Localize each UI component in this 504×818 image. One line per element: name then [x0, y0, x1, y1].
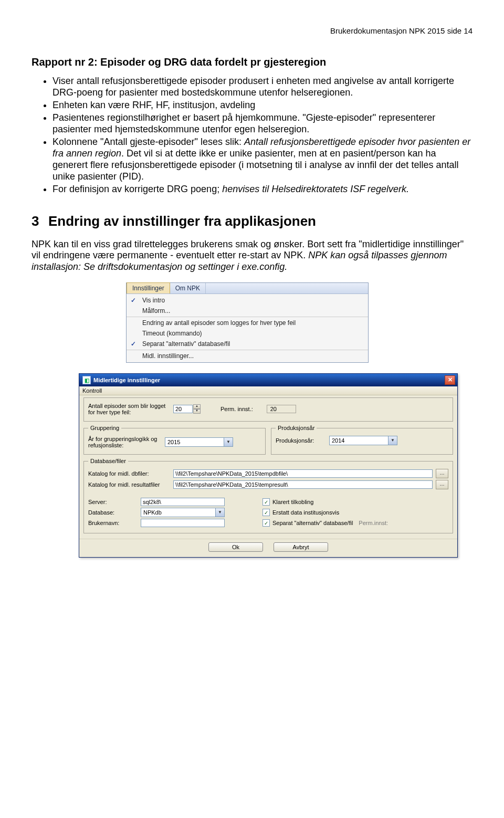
combo-value: 2015 [167, 439, 180, 445]
menu-item-label: Målform... [142, 307, 170, 314]
settings-menu: Innstillinger Om NPK ✓ Vis intro Målform… [126, 282, 369, 363]
user-label: Brukernavn: [88, 520, 138, 526]
browse-button[interactable]: ... [436, 480, 448, 489]
report-title: Rapport nr 2: Episoder og DRG data forde… [32, 56, 472, 68]
group-database: Database/filer Katalog for midl. dbfiler… [83, 458, 453, 533]
menu-item-timeout[interactable]: Timeout (kommando) [127, 328, 368, 339]
cb-alt-db[interactable]: ✓ Separat "alternativ" database/fil Perm… [262, 519, 388, 527]
logging-spinner[interactable]: 20 ▲ ▼ [173, 404, 201, 414]
gruppering-combo[interactable]: 2015 ▼ [165, 437, 233, 447]
group-produksjonsar: Produksjonsår Produksjonsår: 2014 ▼ [271, 425, 453, 455]
cb-trusted[interactable]: ✓ Klarert tilkobling [262, 498, 313, 506]
bullet-item: Pasientenes regionstilhørighet er basert… [52, 112, 472, 135]
temp-settings-dialog: ◧ Midlertidige innstillinger ✕ Kontroll … [79, 373, 458, 558]
menu-item-label: Endring av antall episoder som logges fo… [142, 319, 296, 327]
perm-label: Perm. innst.: [220, 406, 253, 412]
group-gruppering: Gruppering År for grupperingslogikk og r… [83, 425, 266, 455]
cb-tail: Perm.innst: [359, 520, 388, 526]
menu-item-label: Separat "alternativ" database/fil [142, 340, 230, 348]
browse-button[interactable]: ... [436, 469, 448, 478]
bullet-item: For definisjon av korrigerte DRG poeng; … [52, 184, 472, 195]
gruppering-label: År for grupperingslogikk og refusjonslis… [88, 436, 162, 448]
menu-item-midl[interactable]: Midl. innstillinger... [127, 351, 368, 361]
db-path1-input[interactable]: \\fil2\Tempshare\NPKData_2015\tempdbfile… [173, 469, 433, 478]
database-label: Database: [88, 509, 138, 516]
prod-label: Produksjonsår: [276, 437, 326, 444]
database-combo[interactable]: NPKdb ▼ [141, 508, 225, 517]
report-bullets: Viser antall refusjonsberettigede episod… [32, 76, 472, 195]
menu-divider [127, 317, 368, 317]
app-icon: ◧ [82, 376, 91, 384]
tab-om-npk[interactable]: Om NPK [170, 283, 206, 293]
checkbox-icon: ✓ [262, 509, 270, 516]
menu-item-label: Timeout (kommando) [142, 330, 202, 337]
checkbox-icon: ✓ [262, 519, 270, 527]
ok-button[interactable]: Ok [208, 542, 263, 552]
bullet-item: Kolonnene "Antall gjeste-episoder" leses… [52, 137, 472, 183]
titlebar[interactable]: ◧ Midlertidige innstillinger ✕ [79, 374, 457, 386]
logging-value[interactable]: 20 [173, 405, 193, 413]
page-header: Brukerdokumentasjon NPK 2015 side 14 [32, 26, 472, 35]
menu-item-label: Vis intro [142, 297, 165, 304]
chevron-down-icon[interactable]: ▼ [215, 508, 224, 517]
bullet-item: Enheten kan være RHF, HF, institusjon, a… [52, 100, 472, 111]
cb-label: Separat "alternativ" database/fil [272, 520, 353, 526]
spin-down-icon[interactable]: ▼ [193, 409, 201, 414]
cancel-button[interactable]: Avbryt [274, 542, 328, 552]
combo-value: NPKdb [143, 509, 162, 516]
legend-gruppering: Gruppering [88, 425, 121, 431]
bullet-item: Viser antall refusjonsberettigede episod… [52, 76, 472, 99]
menu-item-label: Midl. innstillinger... [142, 352, 194, 360]
perm-value: 20 [267, 405, 296, 413]
spin-up-icon[interactable]: ▲ [193, 404, 201, 409]
check-icon: ✓ [131, 297, 138, 304]
chevron-down-icon[interactable]: ▼ [388, 436, 397, 445]
menu-item-logging[interactable]: Endring av antall episoder som logges fo… [127, 318, 368, 328]
legend-prod: Produksjonsår [276, 425, 317, 431]
section-paragraph: NPK kan til en viss grad tilrettelegges … [32, 239, 472, 274]
prod-combo[interactable]: 2014 ▼ [329, 436, 397, 445]
group-logging: Antall episoder som blir logget for hver… [83, 397, 453, 422]
chevron-down-icon[interactable]: ▼ [224, 438, 233, 446]
menubar[interactable]: Kontroll [79, 386, 457, 395]
db-path2-label: Katalog for midl. resultatfiler [88, 481, 170, 488]
logging-label: Antall episoder som blir logget for hver… [88, 403, 170, 415]
server-input[interactable]: sql2k8\ [141, 498, 225, 506]
cb-label: Erstatt data institusjonsvis [272, 509, 339, 516]
cb-replace-inst[interactable]: ✓ Erstatt data institusjonsvis [262, 509, 339, 516]
window-title: Midlertidige innstillinger [93, 377, 160, 383]
close-icon[interactable]: ✕ [445, 375, 455, 385]
section-heading: 3Endring av innstillinger fra applikasjo… [32, 213, 472, 229]
menu-divider [127, 350, 368, 350]
cb-label: Klarert tilkobling [272, 499, 313, 505]
db-path1-label: Katalog for midl. dbfiler: [88, 470, 170, 477]
db-path2-input[interactable]: \\fil2\Tempshare\NPKData_2015\tempresult… [173, 480, 433, 489]
user-input[interactable] [141, 519, 225, 527]
menu-item-malform[interactable]: Målform... [127, 306, 368, 316]
legend-db: Database/filer [88, 458, 128, 464]
menu-item-vis-intro[interactable]: ✓ Vis intro [127, 295, 368, 306]
combo-value: 2014 [332, 437, 344, 444]
menu-item-alt-db[interactable]: ✓ Separat "alternativ" database/fil [127, 339, 368, 349]
server-label: Server: [88, 499, 138, 505]
tab-innstillinger[interactable]: Innstillinger [127, 282, 170, 293]
check-icon: ✓ [131, 340, 138, 348]
checkbox-icon: ✓ [262, 498, 270, 506]
